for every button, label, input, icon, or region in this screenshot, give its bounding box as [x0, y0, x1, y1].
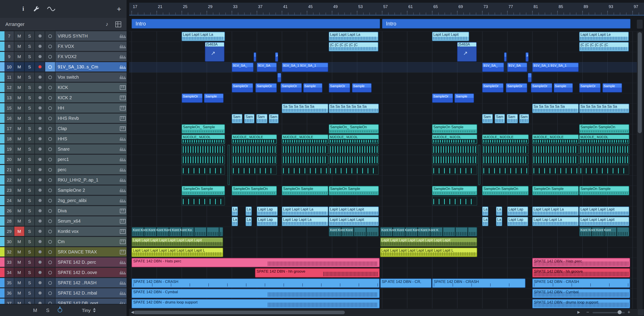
clip[interactable]: Lapit Lapit Lapit Lapit [329, 207, 379, 216]
track-row[interactable]: 16MSHHS Revb [0, 113, 126, 123]
clip[interactable]: SampleOr [232, 83, 253, 92]
clip[interactable]: SampleOr [531, 83, 552, 92]
track-name[interactable]: 91V_SA_130..s_Cm [56, 62, 119, 71]
clip[interactable] [182, 165, 225, 175]
clip[interactable]: SPATE 142 DBN - drums loop support [132, 299, 380, 309]
solo-button[interactable]: S [24, 237, 35, 246]
mute-button[interactable]: M [14, 175, 24, 185]
clip[interactable] [329, 155, 379, 164]
mute-button[interactable]: M [14, 155, 24, 164]
clip[interactable]: SampleOn Sample [579, 186, 630, 195]
clip[interactable]: Sample [554, 83, 573, 92]
track-row[interactable]: 23MSSampleOne 2 [0, 186, 126, 195]
clip[interactable]: SampleOn Sample [432, 124, 477, 134]
clip[interactable]: SampleOn Sample [432, 186, 477, 195]
track-name[interactable]: Diva [56, 206, 119, 215]
record-arm-button[interactable] [35, 41, 45, 51]
clip[interactable] [579, 165, 630, 175]
track-name[interactable]: SPATE 142 ..RASH [56, 278, 119, 287]
clip[interactable]: Lapit Lap Lapit La [532, 217, 579, 226]
monitor-button[interactable] [45, 258, 56, 267]
track-name[interactable]: Vox switch [56, 72, 119, 82]
list-view-icon[interactable] [103, 7, 110, 11]
clip[interactable]: Lapit Lapit Lapit Lapit Lapit Lapit Lapi… [380, 248, 478, 257]
track-name[interactable]: perc1 [56, 155, 119, 164]
clip[interactable]: SPATE 142 DBN - hh groove [532, 268, 630, 278]
monitor-button[interactable] [45, 72, 56, 82]
clip[interactable] [254, 52, 256, 62]
clip[interactable]: Sa Sa Sa Sa Sa Sa [532, 104, 579, 113]
clip[interactable]: Lapit Lap [507, 217, 528, 226]
solo-button[interactable]: S [24, 72, 35, 82]
track-row[interactable]: 28MSSerum_x64 [0, 216, 126, 226]
monitor-button[interactable] [45, 206, 56, 215]
clip[interactable]: {5463A [205, 42, 224, 62]
global-mute-label[interactable]: M [33, 308, 37, 313]
solo-button[interactable]: S [24, 62, 35, 71]
track-name[interactable]: SRX DANCE TRAX [56, 247, 119, 257]
clip[interactable] [478, 145, 480, 185]
clip[interactable]: SampleOr [280, 83, 302, 92]
clip[interactable]: SampleOn Sample [329, 186, 379, 195]
solo-button[interactable]: S [24, 52, 35, 61]
clip[interactable]: SPATE 142 DBN - Hats perc [132, 258, 380, 267]
monitor-button[interactable] [45, 134, 56, 143]
mute-button[interactable]: M [14, 103, 24, 113]
monitor-button[interactable] [45, 268, 56, 277]
solo-button[interactable]: S [24, 278, 35, 287]
track-name[interactable]: Kontkt vox [56, 227, 119, 236]
mute-button[interactable]: M [14, 93, 24, 102]
mute-button[interactable]: M [14, 186, 24, 195]
scroll-top-button[interactable] [637, 20, 643, 29]
clip[interactable]: SPATE 142 DBN - CRASH [532, 279, 630, 288]
clip[interactable] [432, 165, 477, 175]
clip[interactable]: SampleOr [506, 83, 527, 92]
clip[interactable]: Sample [303, 83, 323, 92]
clip[interactable]: 91V_SA_1 91V_SA_1 [532, 62, 579, 72]
horizontal-scrollbar[interactable]: ◀ ▶ − + [129, 309, 644, 316]
track-name[interactable]: RKU_LHH2_P..ap_1 [56, 175, 119, 185]
clip[interactable] [528, 73, 532, 82]
monitor-button[interactable] [45, 155, 56, 164]
clip[interactable]: Sample [204, 93, 224, 103]
monitor-button[interactable] [45, 103, 56, 113]
clip[interactable]: SPATE 142 DBN - hh groove [255, 268, 380, 278]
track-name[interactable]: SPATE 142 DB..port [56, 299, 119, 304]
solo-button[interactable]: S [24, 299, 35, 304]
track-row[interactable]: 11MSVox switch [0, 72, 126, 82]
track-size-select[interactable]: Tiny [82, 308, 90, 313]
record-arm-button[interactable] [35, 206, 45, 215]
zoom-in-icon[interactable]: + [628, 309, 630, 315]
global-solo-label[interactable]: S [46, 308, 50, 313]
clip[interactable]: 91V_SA [507, 62, 527, 72]
arranger-section[interactable]: Intro [132, 19, 380, 29]
clip[interactable] [579, 145, 630, 154]
corner-button[interactable] [638, 309, 644, 315]
clip[interactable] [182, 196, 225, 206]
clip[interactable]: SampleOr [255, 83, 277, 92]
clip[interactable]: Lapit Lap [257, 207, 278, 216]
track-name[interactable]: SampleOne 2 [56, 186, 119, 195]
clip[interactable]: Sam [268, 114, 279, 123]
monitor-button[interactable] [45, 83, 56, 92]
solo-button[interactable]: S [24, 288, 35, 298]
track-name[interactable]: HH [56, 103, 119, 113]
monitor-button[interactable] [45, 41, 56, 51]
clip[interactable] [482, 165, 528, 175]
solo-button[interactable]: S [24, 186, 35, 195]
mute-button[interactable]: M [14, 288, 24, 298]
mute-button[interactable]: M [14, 144, 24, 154]
record-arm-button[interactable] [35, 247, 45, 257]
vertical-scrollbar[interactable] [637, 31, 643, 309]
record-arm-button[interactable] [35, 62, 45, 71]
clip[interactable]: Sample [602, 83, 622, 92]
menu-icon[interactable] [5, 6, 12, 12]
clip[interactable] [482, 155, 528, 164]
solo-button[interactable]: S [24, 134, 35, 143]
clip[interactable] [282, 165, 328, 175]
track-row[interactable]: 36MSSPATE 142 D..mbal [0, 288, 126, 298]
track-name[interactable]: SPATE 142 D..oove [56, 268, 119, 277]
record-arm-button[interactable] [35, 258, 45, 267]
clip[interactable]: SampleOr [432, 93, 453, 103]
monitor-button[interactable] [45, 247, 56, 257]
